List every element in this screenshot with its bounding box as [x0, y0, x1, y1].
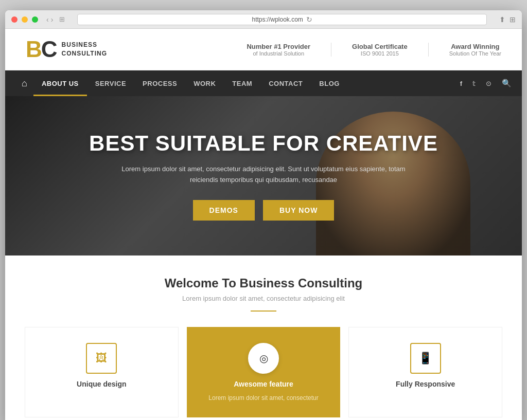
nav-team[interactable]: TEAM [224, 70, 260, 96]
browser-window: ‹ › ⊞ https://wplook.com ↻ ⬆ ⊞ BC BUSINE… [5, 10, 522, 420]
logo: BC BUSINESS CONSULTING [26, 38, 107, 61]
feature-2-title: Awesome feature [234, 380, 293, 388]
nav-work[interactable]: WORK [185, 70, 224, 96]
stat-divider-1 [331, 43, 331, 57]
share-icon[interactable]: ⬆ [499, 15, 505, 24]
header-top: BC BUSINESS CONSULTING Number #1 Provide… [5, 29, 522, 70]
logo-c: C [41, 36, 57, 62]
hero-subtitle: Lorem ipsum dolor sit amet, consectetur … [109, 164, 418, 186]
stat-1-sub: of Industrial Solution [247, 50, 310, 57]
feature-card-1: 🖼 Unique design [25, 327, 179, 417]
nav-service[interactable]: SERVICE [87, 70, 134, 96]
twitter-icon[interactable]: 𝕥 [472, 80, 476, 87]
feature-1-title: Unique design [77, 380, 126, 388]
buynow-button[interactable]: BUY NOW [263, 200, 334, 221]
nav-blog[interactable]: BLOG [311, 70, 348, 96]
stat-1: Number #1 Provider of Industrial Solutio… [247, 43, 310, 57]
feature-2-desc: Lorem ipsum dolor sit amet, consectetur [208, 394, 318, 401]
titlebar: ‹ › ⊞ https://wplook.com ↻ ⬆ ⊞ [5, 10, 522, 29]
mobile-icon: 📱 [418, 352, 432, 365]
welcome-section: Welcome To Business Consulting Lorem ips… [5, 255, 522, 317]
logo-b: B [26, 36, 41, 62]
bookmark-icon[interactable]: ⊞ [510, 15, 516, 24]
nav-social: f 𝕥 ⊙ 🔍 [460, 79, 512, 88]
feature-2-icon-box: ◎ [248, 343, 279, 374]
circle-icon: ◎ [259, 352, 268, 364]
stat-2: Global Certificate ISO 9001 2015 [352, 43, 408, 57]
feature-3-title: Fully Responsive [396, 380, 455, 388]
stat-2-title: Global Certificate [352, 43, 408, 50]
stat-2-sub: ISO 9001 2015 [352, 50, 408, 57]
logo-line2: CONSULTING [62, 49, 107, 58]
nav-arrows: ‹ › [46, 15, 53, 24]
window-actions: ⬆ ⊞ [499, 15, 516, 24]
features-row: 🖼 Unique design ◎ Awesome feature Lorem … [5, 317, 522, 420]
hero-section: BEST SUITABLE FOR CREATIVE Lorem ipsum d… [5, 96, 522, 255]
home-icon[interactable]: ⌂ [15, 78, 33, 89]
image-icon: 🖼 [96, 352, 107, 365]
stat-3-sub: Solution Of The Year [449, 50, 501, 57]
url-text: https://wplook.com [252, 16, 303, 23]
stat-3: Award Winning Solution Of The Year [449, 43, 501, 57]
stat-divider-2 [428, 43, 429, 57]
hero-content: BEST SUITABLE FOR CREATIVE Lorem ipsum d… [79, 131, 448, 221]
hero-buttons: DEMOS BUY NOW [89, 200, 438, 221]
welcome-subtitle: Lorem ipsum dolor sit amet, consectetur … [15, 295, 512, 302]
stat-1-title: Number #1 Provider [247, 43, 310, 50]
site-content: BC BUSINESS CONSULTING Number #1 Provide… [5, 29, 522, 420]
close-dot[interactable] [11, 16, 17, 23]
hero-title: BEST SUITABLE FOR CREATIVE [89, 131, 438, 156]
demos-button[interactable]: DEMOS [193, 200, 255, 221]
feature-card-3: 📱 Fully Responsive [348, 327, 502, 417]
navbar: ⌂ ABOUT US SERVICE PROCESS WORK TEAM CON… [5, 70, 522, 96]
welcome-title: Welcome To Business Consulting [15, 276, 512, 290]
logo-letters: BC [26, 38, 57, 61]
back-arrow[interactable]: ‹ [46, 15, 49, 24]
nav-process[interactable]: PROCESS [134, 70, 185, 96]
view-toggle[interactable]: ⊞ [59, 15, 65, 23]
forward-arrow[interactable]: › [51, 15, 54, 24]
nav-about[interactable]: ABOUT US [33, 70, 87, 96]
search-icon[interactable]: 🔍 [502, 79, 512, 88]
welcome-divider [251, 311, 276, 312]
nav-items: ABOUT US SERVICE PROCESS WORK TEAM CONTA… [33, 70, 348, 96]
nav-contact[interactable]: CONTACT [260, 70, 311, 96]
maximize-dot[interactable] [32, 16, 38, 23]
logo-text: BUSINESS CONSULTING [62, 41, 107, 58]
feature-3-icon-box: 📱 [410, 343, 441, 374]
address-bar[interactable]: https://wplook.com ↻ [77, 14, 487, 25]
stat-3-title: Award Winning [449, 43, 501, 50]
facebook-icon[interactable]: f [460, 80, 462, 87]
header-stats: Number #1 Provider of Industrial Solutio… [247, 43, 501, 57]
feature-card-2: ◎ Awesome feature Lorem ipsum dolor sit … [187, 327, 341, 417]
refresh-icon[interactable]: ↻ [306, 15, 312, 24]
feature-1-icon-box: 🖼 [86, 343, 117, 374]
minimize-dot[interactable] [22, 16, 28, 23]
logo-line1: BUSINESS [62, 41, 107, 49]
instagram-icon[interactable]: ⊙ [486, 80, 491, 87]
